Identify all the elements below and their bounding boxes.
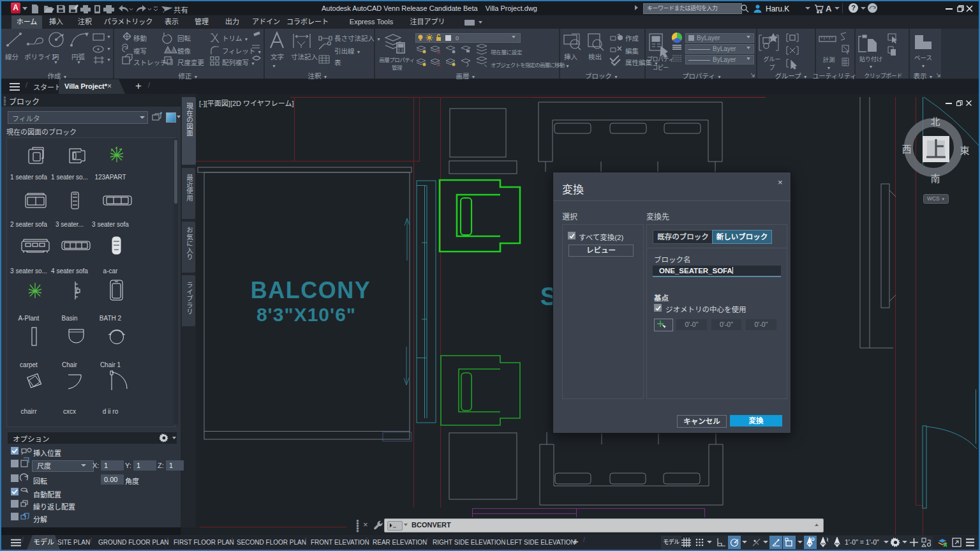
- svg-text:東: 東: [960, 145, 969, 156]
- svg-text:南: 南: [930, 173, 940, 184]
- svg-text:北: 北: [930, 116, 940, 127]
- svg-text:西: 西: [902, 144, 911, 155]
- svg-text:8'3"X10'6": 8'3"X10'6": [256, 304, 356, 325]
- svg-text:0: 0: [456, 35, 459, 42]
- svg-text:BALCONY: BALCONY: [251, 277, 371, 303]
